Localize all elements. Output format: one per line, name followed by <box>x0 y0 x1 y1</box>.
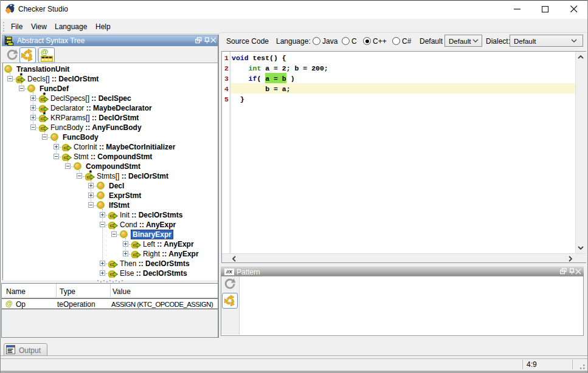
svg-text:*: * <box>43 92 46 100</box>
svg-text:*: * <box>89 170 92 177</box>
svg-text:*: * <box>43 112 46 119</box>
svg-text:*: * <box>20 73 23 80</box>
